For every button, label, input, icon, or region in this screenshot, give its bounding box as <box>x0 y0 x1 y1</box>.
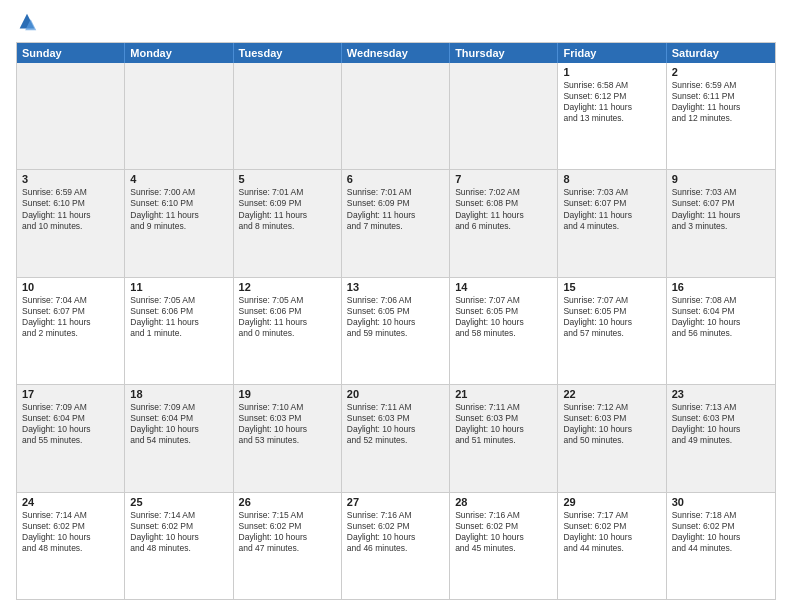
calendar-cell-14: 14Sunrise: 7:07 AM Sunset: 6:05 PM Dayli… <box>450 278 558 384</box>
day-number: 1 <box>563 66 660 78</box>
calendar-header: SundayMondayTuesdayWednesdayThursdayFrid… <box>17 43 775 63</box>
cell-text: Sunrise: 7:04 AM Sunset: 6:07 PM Dayligh… <box>22 295 119 339</box>
calendar-cell-17: 17Sunrise: 7:09 AM Sunset: 6:04 PM Dayli… <box>17 385 125 491</box>
calendar-cell-13: 13Sunrise: 7:06 AM Sunset: 6:05 PM Dayli… <box>342 278 450 384</box>
cell-text: Sunrise: 7:16 AM Sunset: 6:02 PM Dayligh… <box>455 510 552 554</box>
cell-text: Sunrise: 7:16 AM Sunset: 6:02 PM Dayligh… <box>347 510 444 554</box>
day-number: 13 <box>347 281 444 293</box>
day-number: 3 <box>22 173 119 185</box>
header-day-thursday: Thursday <box>450 43 558 63</box>
calendar-cell-3: 3Sunrise: 6:59 AM Sunset: 6:10 PM Daylig… <box>17 170 125 276</box>
logo <box>16 12 42 34</box>
calendar-cell-empty-0-0 <box>17 63 125 169</box>
calendar-cell-30: 30Sunrise: 7:18 AM Sunset: 6:02 PM Dayli… <box>667 493 775 599</box>
calendar-cell-15: 15Sunrise: 7:07 AM Sunset: 6:05 PM Dayli… <box>558 278 666 384</box>
day-number: 27 <box>347 496 444 508</box>
calendar: SundayMondayTuesdayWednesdayThursdayFrid… <box>16 42 776 600</box>
page: SundayMondayTuesdayWednesdayThursdayFrid… <box>0 0 792 612</box>
cell-text: Sunrise: 7:01 AM Sunset: 6:09 PM Dayligh… <box>239 187 336 231</box>
cell-text: Sunrise: 7:08 AM Sunset: 6:04 PM Dayligh… <box>672 295 770 339</box>
cell-text: Sunrise: 7:11 AM Sunset: 6:03 PM Dayligh… <box>347 402 444 446</box>
calendar-cell-18: 18Sunrise: 7:09 AM Sunset: 6:04 PM Dayli… <box>125 385 233 491</box>
calendar-cell-empty-0-3 <box>342 63 450 169</box>
day-number: 30 <box>672 496 770 508</box>
calendar-cell-25: 25Sunrise: 7:14 AM Sunset: 6:02 PM Dayli… <box>125 493 233 599</box>
cell-text: Sunrise: 7:07 AM Sunset: 6:05 PM Dayligh… <box>455 295 552 339</box>
day-number: 8 <box>563 173 660 185</box>
calendar-cell-8: 8Sunrise: 7:03 AM Sunset: 6:07 PM Daylig… <box>558 170 666 276</box>
calendar-cell-20: 20Sunrise: 7:11 AM Sunset: 6:03 PM Dayli… <box>342 385 450 491</box>
cell-text: Sunrise: 7:07 AM Sunset: 6:05 PM Dayligh… <box>563 295 660 339</box>
header-day-sunday: Sunday <box>17 43 125 63</box>
day-number: 26 <box>239 496 336 508</box>
calendar-cell-11: 11Sunrise: 7:05 AM Sunset: 6:06 PM Dayli… <box>125 278 233 384</box>
cell-text: Sunrise: 7:02 AM Sunset: 6:08 PM Dayligh… <box>455 187 552 231</box>
header-day-tuesday: Tuesday <box>234 43 342 63</box>
calendar-row-2: 10Sunrise: 7:04 AM Sunset: 6:07 PM Dayli… <box>17 278 775 385</box>
cell-text: Sunrise: 7:09 AM Sunset: 6:04 PM Dayligh… <box>22 402 119 446</box>
day-number: 21 <box>455 388 552 400</box>
cell-text: Sunrise: 7:03 AM Sunset: 6:07 PM Dayligh… <box>563 187 660 231</box>
calendar-row-3: 17Sunrise: 7:09 AM Sunset: 6:04 PM Dayli… <box>17 385 775 492</box>
calendar-cell-27: 27Sunrise: 7:16 AM Sunset: 6:02 PM Dayli… <box>342 493 450 599</box>
day-number: 18 <box>130 388 227 400</box>
calendar-cell-6: 6Sunrise: 7:01 AM Sunset: 6:09 PM Daylig… <box>342 170 450 276</box>
day-number: 29 <box>563 496 660 508</box>
cell-text: Sunrise: 7:14 AM Sunset: 6:02 PM Dayligh… <box>22 510 119 554</box>
calendar-body: 1Sunrise: 6:58 AM Sunset: 6:12 PM Daylig… <box>17 63 775 599</box>
calendar-cell-23: 23Sunrise: 7:13 AM Sunset: 6:03 PM Dayli… <box>667 385 775 491</box>
day-number: 19 <box>239 388 336 400</box>
calendar-cell-empty-0-2 <box>234 63 342 169</box>
calendar-cell-24: 24Sunrise: 7:14 AM Sunset: 6:02 PM Dayli… <box>17 493 125 599</box>
calendar-cell-28: 28Sunrise: 7:16 AM Sunset: 6:02 PM Dayli… <box>450 493 558 599</box>
day-number: 14 <box>455 281 552 293</box>
cell-text: Sunrise: 7:05 AM Sunset: 6:06 PM Dayligh… <box>130 295 227 339</box>
day-number: 22 <box>563 388 660 400</box>
cell-text: Sunrise: 6:58 AM Sunset: 6:12 PM Dayligh… <box>563 80 660 124</box>
day-number: 28 <box>455 496 552 508</box>
cell-text: Sunrise: 7:15 AM Sunset: 6:02 PM Dayligh… <box>239 510 336 554</box>
day-number: 7 <box>455 173 552 185</box>
calendar-cell-12: 12Sunrise: 7:05 AM Sunset: 6:06 PM Dayli… <box>234 278 342 384</box>
cell-text: Sunrise: 6:59 AM Sunset: 6:11 PM Dayligh… <box>672 80 770 124</box>
logo-icon <box>16 12 38 34</box>
header-day-saturday: Saturday <box>667 43 775 63</box>
cell-text: Sunrise: 7:17 AM Sunset: 6:02 PM Dayligh… <box>563 510 660 554</box>
cell-text: Sunrise: 7:14 AM Sunset: 6:02 PM Dayligh… <box>130 510 227 554</box>
calendar-row-1: 3Sunrise: 6:59 AM Sunset: 6:10 PM Daylig… <box>17 170 775 277</box>
cell-text: Sunrise: 7:10 AM Sunset: 6:03 PM Dayligh… <box>239 402 336 446</box>
cell-text: Sunrise: 7:09 AM Sunset: 6:04 PM Dayligh… <box>130 402 227 446</box>
day-number: 23 <box>672 388 770 400</box>
day-number: 5 <box>239 173 336 185</box>
calendar-cell-empty-0-4 <box>450 63 558 169</box>
header <box>16 12 776 34</box>
day-number: 25 <box>130 496 227 508</box>
calendar-cell-10: 10Sunrise: 7:04 AM Sunset: 6:07 PM Dayli… <box>17 278 125 384</box>
calendar-row-0: 1Sunrise: 6:58 AM Sunset: 6:12 PM Daylig… <box>17 63 775 170</box>
cell-text: Sunrise: 7:11 AM Sunset: 6:03 PM Dayligh… <box>455 402 552 446</box>
cell-text: Sunrise: 7:13 AM Sunset: 6:03 PM Dayligh… <box>672 402 770 446</box>
header-day-wednesday: Wednesday <box>342 43 450 63</box>
cell-text: Sunrise: 7:00 AM Sunset: 6:10 PM Dayligh… <box>130 187 227 231</box>
cell-text: Sunrise: 7:12 AM Sunset: 6:03 PM Dayligh… <box>563 402 660 446</box>
day-number: 20 <box>347 388 444 400</box>
day-number: 6 <box>347 173 444 185</box>
calendar-cell-22: 22Sunrise: 7:12 AM Sunset: 6:03 PM Dayli… <box>558 385 666 491</box>
calendar-row-4: 24Sunrise: 7:14 AM Sunset: 6:02 PM Dayli… <box>17 493 775 599</box>
calendar-cell-16: 16Sunrise: 7:08 AM Sunset: 6:04 PM Dayli… <box>667 278 775 384</box>
calendar-cell-29: 29Sunrise: 7:17 AM Sunset: 6:02 PM Dayli… <box>558 493 666 599</box>
day-number: 15 <box>563 281 660 293</box>
day-number: 11 <box>130 281 227 293</box>
cell-text: Sunrise: 7:05 AM Sunset: 6:06 PM Dayligh… <box>239 295 336 339</box>
day-number: 9 <box>672 173 770 185</box>
day-number: 2 <box>672 66 770 78</box>
cell-text: Sunrise: 6:59 AM Sunset: 6:10 PM Dayligh… <box>22 187 119 231</box>
day-number: 12 <box>239 281 336 293</box>
calendar-cell-1: 1Sunrise: 6:58 AM Sunset: 6:12 PM Daylig… <box>558 63 666 169</box>
calendar-cell-2: 2Sunrise: 6:59 AM Sunset: 6:11 PM Daylig… <box>667 63 775 169</box>
calendar-cell-empty-0-1 <box>125 63 233 169</box>
cell-text: Sunrise: 7:01 AM Sunset: 6:09 PM Dayligh… <box>347 187 444 231</box>
calendar-cell-26: 26Sunrise: 7:15 AM Sunset: 6:02 PM Dayli… <box>234 493 342 599</box>
day-number: 10 <box>22 281 119 293</box>
cell-text: Sunrise: 7:03 AM Sunset: 6:07 PM Dayligh… <box>672 187 770 231</box>
